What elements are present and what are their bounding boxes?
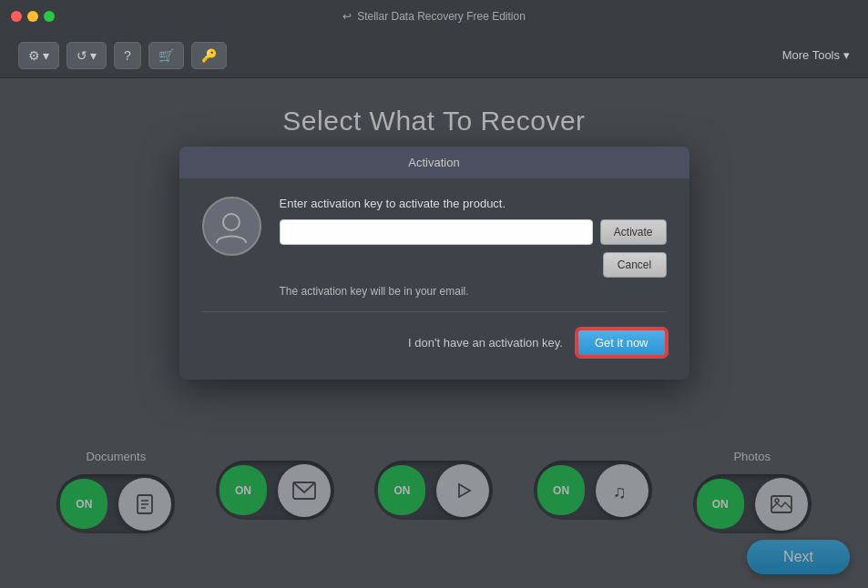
titlebar-buttons	[11, 11, 55, 22]
no-key-text: I don't have an activation key.	[408, 336, 563, 350]
activation-modal: Activation Enter activation key to activ…	[179, 147, 689, 380]
toolbar: ⚙ ▾ ↺ ▾ ? 🛒 🔑 More Tools ▾	[0, 33, 868, 78]
history-button[interactable]: ↺ ▾	[66, 42, 107, 69]
activation-row: Activate	[280, 219, 667, 245]
toolbar-left: ⚙ ▾ ↺ ▾ ? 🛒 🔑	[18, 42, 227, 69]
activation-prompt: Enter activation key to activate the pro…	[280, 197, 667, 210]
app-title: ↩ Stellar Data Recovery Free Edition	[342, 10, 526, 23]
more-tools-button[interactable]: More Tools ▾	[782, 48, 850, 62]
history-arrow-icon: ▾	[90, 48, 97, 63]
activation-fields: Enter activation key to activate the pro…	[280, 197, 667, 298]
key-icon: 🔑	[201, 48, 217, 63]
activate-button[interactable]: Activate	[600, 219, 667, 245]
cancel-button[interactable]: Cancel	[603, 252, 667, 278]
key-button[interactable]: 🔑	[191, 42, 227, 69]
close-button[interactable]	[11, 11, 22, 22]
cancel-row: Cancel	[280, 252, 667, 278]
main-content: Select What To Recover Activation Enter …	[0, 78, 868, 588]
cart-button[interactable]: 🛒	[148, 42, 184, 69]
settings-arrow-icon: ▾	[43, 48, 49, 63]
modal-bottom-section: I don't have an activation key. Get it n…	[202, 311, 667, 357]
maximize-button[interactable]	[44, 11, 55, 22]
modal-top-section: Enter activation key to activate the pro…	[202, 197, 667, 298]
svg-point-0	[223, 214, 240, 230]
cart-icon: 🛒	[158, 48, 174, 63]
modal-overlay: Activation Enter activation key to activ…	[0, 78, 868, 588]
get-it-now-button[interactable]: Get it now	[577, 329, 667, 357]
history-icon: ↺	[77, 48, 87, 63]
email-hint: The activation key will be in your email…	[280, 285, 667, 298]
app-title-text: Stellar Data Recovery Free Edition	[357, 10, 526, 23]
more-tools-arrow-icon: ▾	[843, 48, 850, 62]
titlebar: ↩ Stellar Data Recovery Free Edition	[0, 0, 868, 33]
back-icon: ↩	[342, 10, 352, 23]
more-tools-label: More Tools	[782, 48, 840, 62]
gear-icon: ⚙	[28, 48, 40, 63]
minimize-button[interactable]	[27, 11, 38, 22]
avatar	[202, 197, 261, 256]
activation-key-input[interactable]	[280, 219, 593, 245]
settings-button[interactable]: ⚙ ▾	[18, 42, 59, 69]
help-icon: ?	[124, 48, 131, 63]
modal-header: Activation	[179, 147, 689, 178]
help-button[interactable]: ?	[114, 42, 141, 69]
modal-body: Enter activation key to activate the pro…	[179, 178, 689, 380]
